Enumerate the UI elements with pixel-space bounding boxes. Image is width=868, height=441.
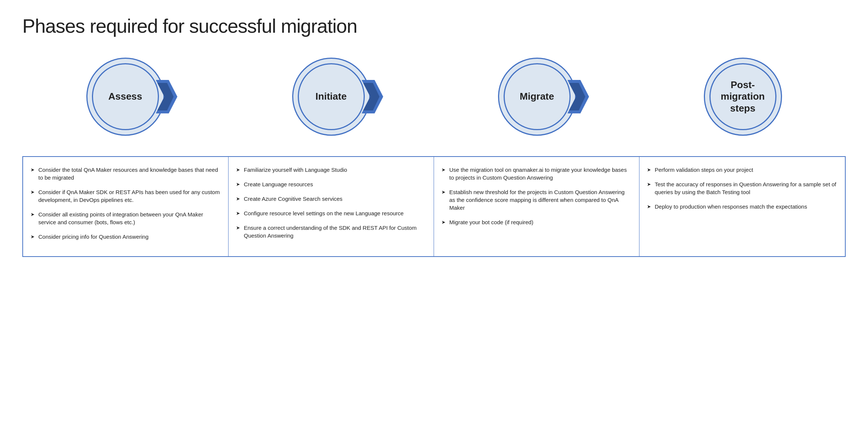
phase-initiate: Initiate <box>290 56 372 138</box>
list-item: ➤Migrate your bot code (if required) <box>441 218 632 226</box>
content-grid: ➤Consider the total QnA Maker resources … <box>22 156 846 257</box>
bullet-text: Ensure a correct understanding of the SD… <box>244 224 426 239</box>
list-item: ➤Use the migration tool on qnamaker.ai t… <box>441 166 632 181</box>
phase-post-migration: Post- migration steps <box>702 56 784 138</box>
bullet-arrow-icon: ➤ <box>236 210 240 217</box>
phase-label-post-migration: Post- migration steps <box>721 79 765 114</box>
bullet-arrow-icon: ➤ <box>647 203 651 210</box>
list-item: ➤Ensure a correct understanding of the S… <box>236 224 426 239</box>
bullet-arrow-icon: ➤ <box>236 196 240 202</box>
content-col-post-migration-col: ➤Perform validation steps on your projec… <box>639 157 845 256</box>
list-item: ➤Consider all existing points of integra… <box>31 210 221 226</box>
list-item: ➤Create Language resources <box>236 180 426 188</box>
bullet-arrow-icon: ➤ <box>236 225 240 231</box>
bullet-arrow-icon: ➤ <box>441 167 446 173</box>
bullet-arrow-icon: ➤ <box>31 167 35 173</box>
phase-assess: Assess <box>84 56 166 138</box>
bullet-arrow-icon: ➤ <box>31 189 35 196</box>
content-col-assess-col: ➤Consider the total QnA Maker resources … <box>23 157 229 256</box>
bullet-text: Configure resource level settings on the… <box>244 209 426 217</box>
phase-migrate: Migrate <box>496 56 578 138</box>
bullet-text: Migrate your bot code (if required) <box>449 218 632 226</box>
list-item: ➤Test the accuracy of responses in Quest… <box>647 180 837 196</box>
bullet-arrow-icon: ➤ <box>31 211 35 218</box>
list-item: ➤Consider pricing info for Question Answ… <box>31 233 221 241</box>
bullet-arrow-icon: ➤ <box>31 234 35 240</box>
list-item: ➤Deploy to production when responses mat… <box>647 203 837 210</box>
phase-label-initiate: Initiate <box>316 91 347 102</box>
bullet-text: Test the accuracy of responses in Questi… <box>655 180 837 196</box>
list-item: ➤Familiarize yourself with Language Stud… <box>236 166 426 174</box>
bullet-arrow-icon: ➤ <box>647 181 651 188</box>
page-title: Phases required for successful migration <box>22 15 846 37</box>
bullet-text: Consider the total QnA Maker resources a… <box>38 166 221 181</box>
bullet-text: Perform validation steps on your project <box>655 166 837 174</box>
bullet-text: Create Language resources <box>244 180 426 188</box>
bullet-text: Consider if QnA Maker SDK or REST APIs h… <box>38 188 221 204</box>
phase-label-assess: Assess <box>108 91 142 102</box>
list-item: ➤Consider the total QnA Maker resources … <box>31 166 221 181</box>
list-item: ➤Consider if QnA Maker SDK or REST APIs … <box>31 188 221 204</box>
list-item: ➤Create Azure Cognitive Search services <box>236 195 426 203</box>
bullet-arrow-icon: ➤ <box>647 167 651 173</box>
bullet-text: Use the migration tool on qnamaker.ai to… <box>449 166 632 181</box>
bullet-text: Create Azure Cognitive Search services <box>244 195 426 203</box>
list-item: ➤Configure resource level settings on th… <box>236 209 426 217</box>
list-item: ➤Establish new threshold for the project… <box>441 188 632 212</box>
bullet-text: Consider pricing info for Question Answe… <box>38 233 221 241</box>
bullet-text: Deploy to production when responses matc… <box>655 203 837 210</box>
content-col-initiate-col: ➤Familiarize yourself with Language Stud… <box>229 157 434 256</box>
bullet-arrow-icon: ➤ <box>441 189 446 196</box>
list-item: ➤Perform validation steps on your projec… <box>647 166 837 174</box>
bullet-text: Establish new threshold for the projects… <box>449 188 632 212</box>
bullet-arrow-icon: ➤ <box>236 167 240 173</box>
content-col-migrate-col: ➤Use the migration tool on qnamaker.ai t… <box>434 157 639 256</box>
phase-label-migrate: Migrate <box>520 91 554 102</box>
phases-row: AssessInitiateMigratePost- migration ste… <box>22 56 846 138</box>
bullet-arrow-icon: ➤ <box>441 219 446 226</box>
bullet-text: Consider all existing points of integrat… <box>38 210 221 226</box>
bullet-text: Familiarize yourself with Language Studi… <box>244 166 426 174</box>
bullet-arrow-icon: ➤ <box>236 181 240 188</box>
